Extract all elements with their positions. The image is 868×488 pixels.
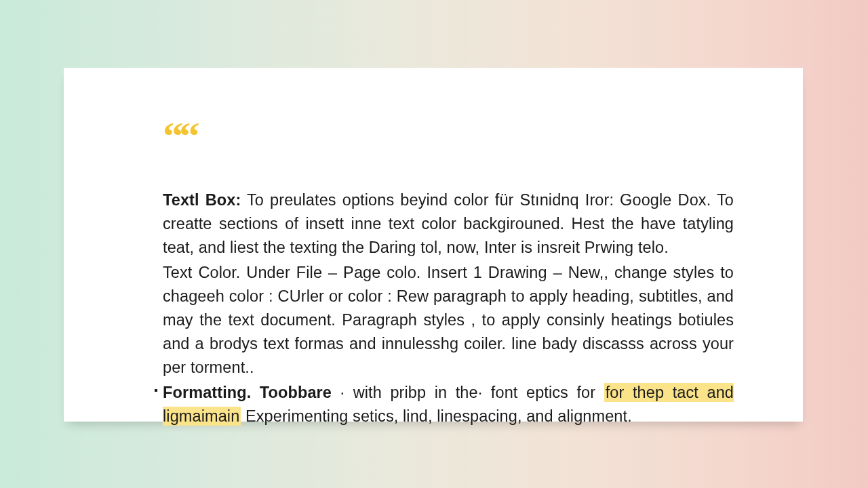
paragraph-1-lead: Textl Box: [163, 191, 241, 209]
document-page: ““ Textl Box: To preulates options beyin… [64, 68, 803, 422]
opening-quote-icon: ““ [163, 117, 762, 156]
paragraph-1-body: To preulates options beyind color für St… [163, 191, 734, 256]
document-content: ““ Textl Box: To preulates options beyin… [163, 117, 734, 428]
paragraph-3-lead: Formatting. Toobbare [163, 384, 332, 401]
paragraph-2: Text Color. Under File – Page colo. Inse… [163, 261, 734, 380]
paragraph-3-mid: · with pribp in the· font eptics for [332, 384, 604, 401]
paragraph-1: Textl Box: To preulates options beyind c… [163, 188, 734, 260]
paragraph-3: Formatting. Toobbare · with pribp in the… [163, 381, 734, 428]
bullet-icon [155, 389, 157, 392]
paragraph-3-tail: Experimenting setics, lind, linespacing,… [241, 407, 631, 425]
